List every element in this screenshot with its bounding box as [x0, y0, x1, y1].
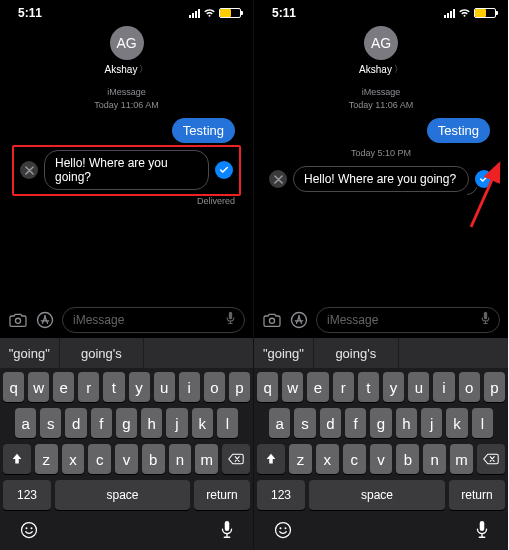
key-shift[interactable] — [3, 444, 31, 474]
key-l[interactable]: l — [217, 408, 238, 438]
mic-icon[interactable] — [220, 520, 234, 544]
key-v[interactable]: v — [370, 444, 393, 474]
key-h[interactable]: h — [396, 408, 417, 438]
emoji-icon[interactable] — [19, 520, 39, 544]
suggestion-3[interactable] — [144, 338, 253, 368]
key-a[interactable]: a — [269, 408, 290, 438]
key-c[interactable]: c — [343, 444, 366, 474]
key-k[interactable]: k — [192, 408, 213, 438]
key-b[interactable]: b — [396, 444, 419, 474]
compose-input[interactable]: iMessage — [316, 307, 500, 333]
key-backspace[interactable] — [477, 444, 505, 474]
avatar[interactable]: AG — [364, 26, 398, 60]
service-label: iMessage — [8, 86, 245, 99]
key-j[interactable]: j — [166, 408, 187, 438]
key-123[interactable]: 123 — [3, 480, 51, 510]
key-x[interactable]: x — [62, 444, 85, 474]
key-e[interactable]: e — [53, 372, 74, 402]
key-h[interactable]: h — [141, 408, 162, 438]
key-i[interactable]: i — [179, 372, 200, 402]
key-v[interactable]: v — [115, 444, 138, 474]
status-time: 5:11 — [18, 6, 42, 20]
key-c[interactable]: c — [88, 444, 111, 474]
key-d[interactable]: d — [65, 408, 86, 438]
suggestion-2[interactable]: going's — [60, 338, 145, 368]
key-b[interactable]: b — [142, 444, 165, 474]
key-i[interactable]: i — [433, 372, 454, 402]
key-shift[interactable] — [257, 444, 285, 474]
key-z[interactable]: z — [35, 444, 58, 474]
mic-icon[interactable] — [475, 520, 489, 544]
key-x[interactable]: x — [316, 444, 339, 474]
key-s[interactable]: s — [40, 408, 61, 438]
conversation-header[interactable]: AG Akshay 〉 — [254, 22, 508, 82]
key-m[interactable]: m — [195, 444, 218, 474]
status-bar: 5:11 — [0, 0, 253, 22]
confirm-edit-button[interactable] — [475, 170, 493, 188]
key-o[interactable]: o — [204, 372, 225, 402]
key-t[interactable]: t — [103, 372, 124, 402]
key-l[interactable]: l — [472, 408, 493, 438]
dictation-icon[interactable] — [480, 311, 491, 329]
contact-name: Akshay — [105, 64, 138, 75]
key-k[interactable]: k — [446, 408, 467, 438]
key-y[interactable]: y — [383, 372, 404, 402]
key-u[interactable]: u — [154, 372, 175, 402]
edit-message-field[interactable]: Hello! Where are you going? — [44, 150, 209, 190]
key-j[interactable]: j — [421, 408, 442, 438]
suggestion-3[interactable] — [399, 338, 508, 368]
key-u[interactable]: u — [408, 372, 429, 402]
key-o[interactable]: o — [459, 372, 480, 402]
compose-input[interactable]: iMessage — [62, 307, 245, 333]
key-y[interactable]: y — [129, 372, 150, 402]
signal-icon — [189, 9, 200, 18]
key-p[interactable]: p — [484, 372, 505, 402]
dictation-icon[interactable] — [225, 311, 236, 329]
key-g[interactable]: g — [370, 408, 391, 438]
key-q[interactable]: q — [257, 372, 278, 402]
key-w[interactable]: w — [28, 372, 49, 402]
confirm-edit-button[interactable] — [215, 161, 233, 179]
key-r[interactable]: r — [333, 372, 354, 402]
key-f[interactable]: f — [91, 408, 112, 438]
appstore-icon[interactable] — [289, 310, 309, 330]
camera-icon[interactable] — [262, 312, 282, 328]
appstore-icon[interactable] — [35, 310, 55, 330]
cancel-edit-button[interactable] — [269, 170, 287, 188]
key-n[interactable]: n — [423, 444, 446, 474]
key-space[interactable]: space — [309, 480, 445, 510]
key-e[interactable]: e — [307, 372, 328, 402]
suggestion-2[interactable]: going's — [314, 338, 399, 368]
avatar[interactable]: AG — [110, 26, 144, 60]
suggestion-1[interactable]: "going" — [254, 338, 314, 368]
key-n[interactable]: n — [169, 444, 192, 474]
key-w[interactable]: w — [282, 372, 303, 402]
key-a[interactable]: a — [15, 408, 36, 438]
camera-icon[interactable] — [8, 312, 28, 328]
outgoing-message[interactable]: Testing — [172, 118, 235, 143]
cancel-edit-button[interactable] — [20, 161, 38, 179]
key-d[interactable]: d — [320, 408, 341, 438]
key-s[interactable]: s — [294, 408, 315, 438]
key-return[interactable]: return — [194, 480, 250, 510]
key-z[interactable]: z — [289, 444, 312, 474]
key-return[interactable]: return — [449, 480, 505, 510]
key-m[interactable]: m — [450, 444, 473, 474]
key-space[interactable]: space — [55, 480, 190, 510]
key-f[interactable]: f — [345, 408, 366, 438]
key-t[interactable]: t — [358, 372, 379, 402]
key-backspace[interactable] — [222, 444, 250, 474]
status-bar: 5:11 — [254, 0, 508, 22]
key-p[interactable]: p — [229, 372, 250, 402]
suggestion-1[interactable]: "going" — [0, 338, 60, 368]
edit-message-field[interactable]: Hello! Where are you going? — [293, 166, 469, 192]
key-g[interactable]: g — [116, 408, 137, 438]
key-123[interactable]: 123 — [257, 480, 305, 510]
key-q[interactable]: q — [3, 372, 24, 402]
key-r[interactable]: r — [78, 372, 99, 402]
conversation-header[interactable]: AG Akshay 〉 — [0, 22, 253, 82]
outgoing-message[interactable]: Testing — [427, 118, 490, 143]
status-time: 5:11 — [272, 6, 296, 20]
emoji-icon[interactable] — [273, 520, 293, 544]
compose-bar: iMessage — [254, 302, 508, 338]
